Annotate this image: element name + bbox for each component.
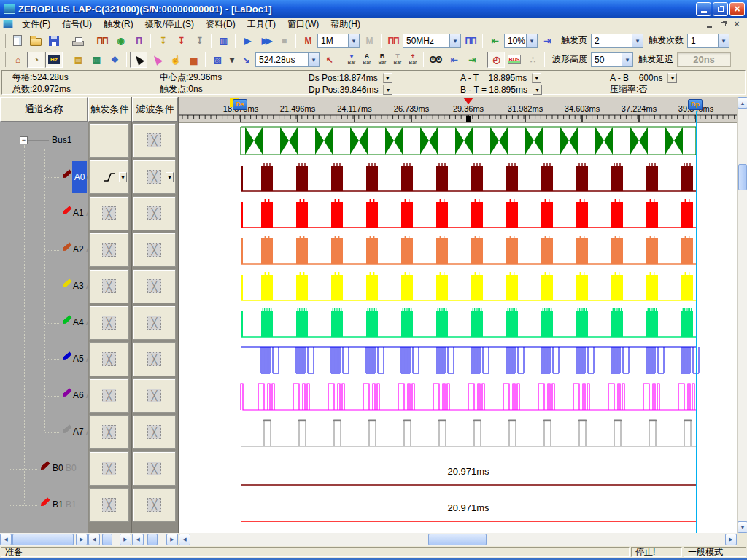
a3-pen-icon[interactable] [61, 279, 72, 289]
filter-cell-a1[interactable]: ╳ [133, 196, 176, 230]
time-scale-select[interactable]: 524.28us▾ [255, 52, 320, 67]
filter-cell-a3[interactable]: ╳ [133, 269, 176, 303]
filter-column-scrollbar[interactable] [132, 533, 178, 546]
listing-view-button[interactable]: ▦ [88, 52, 105, 68]
chevron-down-icon[interactable]: ▾ [718, 34, 729, 47]
a4-pen-icon[interactable] [61, 315, 72, 325]
trigger-cell-a2[interactable]: ╳ [89, 233, 129, 267]
trigger-cell-a0[interactable]: ▾ [89, 160, 129, 194]
zoom-mode-button[interactable]: ▧ [209, 52, 226, 68]
channel-a0-label-selected[interactable]: A0 [72, 161, 87, 193]
chevron-down-icon[interactable]: ▾ [119, 172, 127, 182]
trigger-cell-a3[interactable]: ╳ [89, 269, 129, 303]
trigger-position-left-button[interactable]: ⇤ [486, 33, 503, 49]
scroll-right-icon[interactable] [120, 534, 131, 545]
scroll-left-icon[interactable] [0, 534, 12, 545]
scroll-thumb[interactable] [147, 534, 158, 545]
close-button[interactable]: × [729, 2, 745, 16]
ds-pos-dropdown[interactable]: ▾ [383, 73, 392, 83]
scroll-thumb[interactable] [428, 534, 487, 545]
chevron-down-icon[interactable]: ▾ [622, 53, 632, 66]
restore-button[interactable] [713, 2, 728, 16]
trigger-range-button[interactable]: ↧ [190, 33, 208, 49]
filter-cell-a4[interactable]: ╳ [133, 306, 176, 340]
filter-cell-a0[interactable]: ╳▾ [133, 160, 176, 194]
sampling-depth-select[interactable]: 1M▾ [317, 34, 360, 48]
trigger-cell-a6[interactable]: ╳ [89, 378, 129, 413]
chevron-down-icon[interactable]: ▾ [632, 34, 643, 47]
filter-cell-a7[interactable]: ╳ [133, 415, 176, 449]
filter-cell-bus1[interactable]: ╳ [133, 123, 176, 158]
scroll-left-icon[interactable] [179, 534, 190, 545]
vertical-scroll-thumb[interactable] [738, 164, 747, 190]
sampling-frequency-select[interactable]: 50MHz▾ [403, 34, 461, 48]
external-clock-button[interactable]: ПП [462, 33, 479, 49]
channel-a2-label[interactable]: A2 [73, 244, 84, 254]
a6-pen-icon[interactable] [61, 388, 72, 398]
compression-button[interactable]: ▥ [214, 33, 232, 49]
scroll-down-icon[interactable] [738, 521, 747, 533]
a-minus-t-dropdown[interactable]: ▾ [532, 73, 541, 83]
trigger-cell-b0[interactable]: ╳ [89, 451, 129, 486]
channel-b1-label[interactable]: B1 [53, 499, 63, 510]
b-minus-t-dropdown[interactable]: ▾ [533, 85, 542, 95]
a-bar-button[interactable]: ABar [360, 52, 374, 68]
bus-trigger-button[interactable]: BUS [506, 52, 523, 68]
chevron-down-icon[interactable]: ▾ [308, 53, 319, 66]
toolbar-grip[interactable] [4, 34, 6, 48]
scroll-right-icon[interactable] [166, 534, 178, 545]
memory-page-button[interactable]: M [360, 33, 378, 49]
trigger-cell-a7[interactable]: ╳ [89, 415, 129, 449]
t-bar-button[interactable]: TBar [390, 52, 405, 68]
channel-a3-label[interactable]: A3 [73, 281, 84, 291]
trigger-position-right-button[interactable]: ⇥ [538, 33, 556, 49]
open-file-button[interactable] [27, 33, 44, 49]
zoom-previous-button[interactable]: ↖ [320, 52, 338, 68]
trigger-cell-a4[interactable]: ╳ [89, 306, 129, 340]
waveform-view-button[interactable]: ▤ [69, 52, 87, 68]
trigger-column-scrollbar[interactable] [88, 533, 131, 546]
mdi-minimize-button[interactable] [703, 19, 715, 29]
memory-depth-button[interactable]: M [299, 33, 317, 49]
stop-button[interactable]: ■ [275, 33, 293, 49]
internal-clock-button[interactable]: ПП [384, 33, 402, 49]
toolbar-grip[interactable] [4, 52, 6, 67]
channel-a4-label[interactable]: A4 [73, 317, 84, 327]
channel-a6-label[interactable]: A6 [73, 390, 84, 400]
frequency-display-button[interactable]: Hz [45, 52, 63, 68]
scroll-up-icon[interactable] [738, 97, 747, 109]
single-run-button[interactable]: ▶ [239, 33, 256, 49]
b-bar-button[interactable]: BBar [375, 52, 390, 68]
channel-b0-label[interactable]: B0 [53, 463, 63, 473]
chevron-down-icon[interactable]: ▾ [449, 34, 460, 47]
wave-height-select[interactable]: 50▾ [591, 52, 633, 67]
new-file-button[interactable] [9, 33, 26, 49]
filter-cell-a6[interactable]: ╳ [133, 378, 176, 413]
mdi-restore-button[interactable] [717, 19, 729, 29]
b1-pen-icon[interactable] [39, 497, 50, 508]
trigger-cell-a5[interactable]: ╳ [89, 342, 129, 376]
b0-pen-icon[interactable] [39, 461, 50, 471]
ds-marker-flag[interactable]: Ds [233, 99, 247, 110]
scroll-thumb[interactable] [102, 534, 112, 545]
channel-panel-scrollbar[interactable] [0, 533, 88, 546]
add-bar-button[interactable]: +Bar [406, 52, 420, 68]
scroll-left-icon[interactable] [132, 534, 144, 545]
trigger-content-button[interactable]: ↧ [154, 33, 171, 49]
a5-pen-icon[interactable] [61, 351, 72, 362]
chevron-down-icon[interactable]: ▾ [166, 172, 174, 182]
waveform-area[interactable]: 20.971ms20.971ms 18.875ms21.496ms24.117m… [179, 97, 737, 533]
trigger-cell-b1[interactable]: ╳ [89, 488, 129, 522]
filter-cell-b0[interactable]: ╳ [133, 451, 176, 486]
trigger-position-select[interactable]: 10%▾ [504, 34, 538, 48]
filter-cell-a5[interactable]: ╳ [133, 342, 176, 376]
sync-button[interactable]: ∴ [524, 52, 541, 68]
bus-label[interactable]: Bus1 [52, 135, 71, 145]
a-minus-b-dropdown[interactable]: ▾ [667, 73, 677, 83]
move-bar-button[interactable]: ▾Bar [344, 52, 359, 68]
jump-left-button[interactable]: ⇤ [445, 52, 462, 68]
menu-item-7[interactable]: 帮助(H) [325, 18, 366, 31]
navigator-button[interactable]: ❖ [106, 52, 123, 68]
scroll-right-icon[interactable] [725, 534, 737, 545]
a1-pen-icon[interactable] [61, 206, 72, 216]
